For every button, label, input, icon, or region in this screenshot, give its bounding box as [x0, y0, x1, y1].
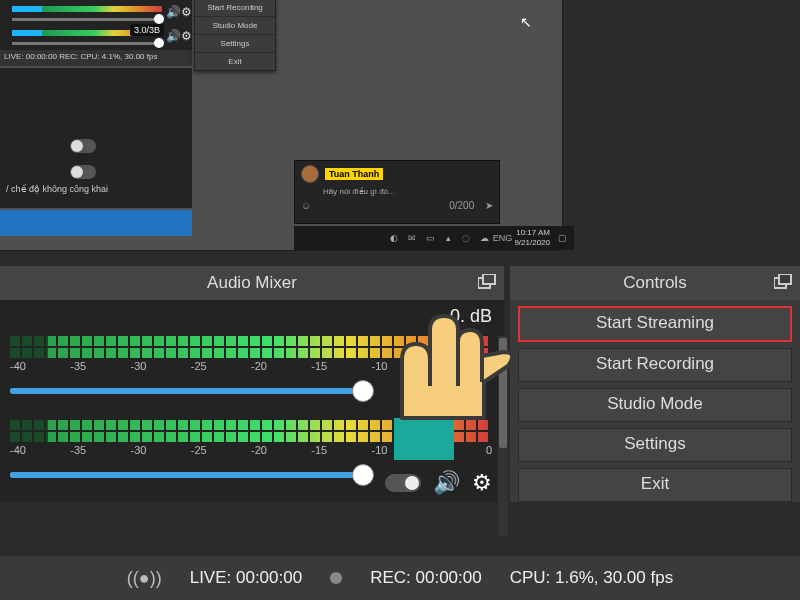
cpu-status: CPU: 1.6%, 30.00 fps [510, 568, 673, 588]
db-label: 3.0/3B [130, 24, 164, 36]
panel-title: Controls [623, 273, 686, 293]
clock: 10:17 AM9/21/2020 [514, 228, 550, 248]
meter-ticks: -40-35-30-25-20-15-10-50 [10, 360, 492, 372]
menu-item[interactable]: Start Recording [195, 0, 275, 17]
menu-item[interactable]: Settings [195, 35, 275, 53]
controls-panel: Controls Start Streaming Start Recording… [510, 266, 800, 502]
tray-icon[interactable]: ✉ [406, 232, 418, 244]
exit-button[interactable]: Exit [518, 468, 792, 502]
tray-icon[interactable]: ▴ [442, 232, 454, 244]
audio-mixer-panel: Audio Mixer 0. dB -40-35-30-25-20-15-10-… [0, 266, 504, 502]
record-dot-icon [330, 572, 342, 584]
blue-strip [0, 210, 192, 236]
menu-item[interactable]: Studio Mode [195, 17, 275, 35]
chat-username: Tuan Thanh [325, 168, 383, 180]
svg-rect-3 [779, 274, 791, 284]
volume-slider[interactable] [10, 472, 368, 478]
gear-icon: ⚙ [181, 5, 192, 19]
meter-ticks: -40-35-30-25-20-15-10-50 [10, 444, 492, 456]
broadcast-icon: ((●)) [127, 568, 162, 589]
toggle-switch[interactable] [70, 139, 96, 153]
preview-area: 🔊⚙ 🔊⚙ 3.0/3B LIVE: 00:00:00 REC: CPU: 4.… [0, 0, 563, 251]
chat-placeholder[interactable]: Hãy nói điều gì đó... [295, 187, 499, 196]
speaker-icon: 🔊 [166, 5, 181, 19]
audio-meter: -40-35-30-25-20-15-10-50 [10, 420, 490, 456]
live-status: LIVE: 00:00:00 [190, 568, 302, 588]
panel-title: Audio Mixer [207, 273, 297, 293]
db-readout: 0. dB [450, 306, 492, 327]
notification-icon[interactable]: ▢ [556, 232, 568, 244]
tray-icon[interactable]: ▭ [424, 232, 436, 244]
audio-meter: -40-35-30-25-20-15-10-50 [10, 336, 490, 372]
speaker-icon[interactable]: 🔊 [433, 470, 460, 496]
status-bar: ((●)) LIVE: 00:00:00 REC: 00:00:00 CPU: … [0, 556, 800, 600]
toggle-row [0, 162, 192, 182]
mini-audio-mixer: 🔊⚙ 🔊⚙ 3.0/3B [0, 0, 192, 50]
scrollbar[interactable] [498, 336, 508, 536]
mini-status-bar: LIVE: 00:00:00 REC: CPU: 4.1%, 30.00 fps [0, 50, 192, 66]
start-streaming-button[interactable]: Start Streaming [518, 306, 792, 342]
mute-toggle[interactable] [385, 474, 421, 492]
svg-rect-1 [483, 274, 495, 284]
cursor-icon: ↖ [520, 14, 532, 30]
tray-lang[interactable]: ENG [496, 232, 508, 244]
start-recording-button[interactable]: Start Recording [518, 348, 792, 382]
volume-slider[interactable] [10, 388, 370, 394]
toggle-row [0, 136, 192, 156]
mini-context-menu: Start Recording Studio Mode Settings Exi… [194, 0, 276, 71]
tray-icon[interactable]: ☁ [478, 232, 490, 244]
settings-button[interactable]: Settings [518, 428, 792, 462]
send-icon[interactable]: ➤ [485, 200, 493, 211]
tray-icon[interactable]: ◌ [460, 232, 472, 244]
gear-icon: ⚙ [181, 29, 192, 43]
rec-status: REC: 00:00:00 [370, 568, 482, 588]
toggle-switch[interactable] [70, 165, 96, 179]
gear-icon[interactable]: ⚙ [472, 470, 492, 496]
emoji-icon[interactable]: ☺ [301, 200, 311, 211]
popout-icon[interactable] [774, 274, 792, 290]
char-count: 0/200 [449, 200, 474, 211]
visibility-label: / chế độ không công khai [6, 184, 108, 194]
speaker-icon: 🔊 [166, 29, 181, 43]
taskbar: ◐ ✉ ▭ ▴ ◌ ☁ ENG 10:17 AM9/21/2020 ▢ [294, 226, 574, 250]
chat-box: Tuan Thanh Hãy nói điều gì đó... ☺ 0/200… [294, 160, 500, 224]
studio-mode-button[interactable]: Studio Mode [518, 388, 792, 422]
popout-icon[interactable] [478, 274, 496, 290]
tray-icon[interactable]: ◐ [388, 232, 400, 244]
avatar [301, 165, 319, 183]
menu-item[interactable]: Exit [195, 53, 275, 70]
